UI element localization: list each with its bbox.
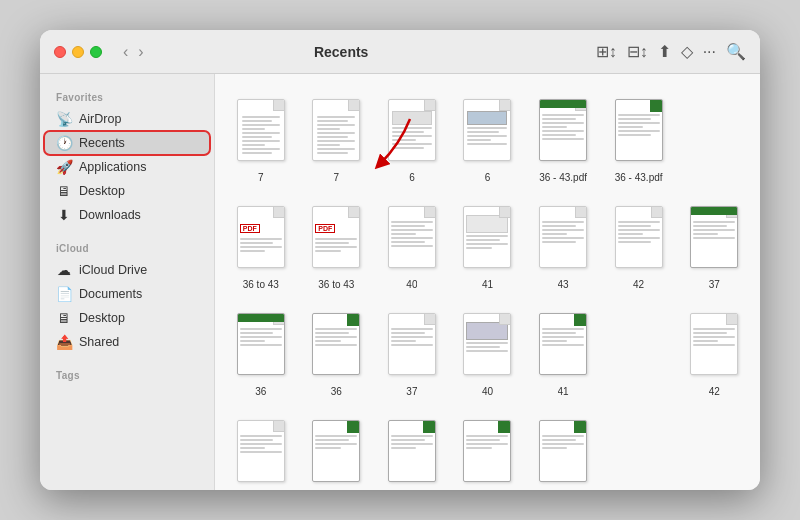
- sidebar-item-downloads[interactable]: ⬇ Downloads: [44, 203, 210, 227]
- more-icon[interactable]: ···: [703, 43, 716, 61]
- titlebar: ‹ › Recents ⊞↕ ⊟↕ ⬆ ◇ ··· 🔍: [40, 30, 760, 74]
- file-item[interactable]: 7: [225, 88, 297, 187]
- file-thumbnail: [381, 413, 443, 489]
- file-item[interactable]: 38: [452, 409, 524, 490]
- file-label: 42: [633, 279, 644, 290]
- sidebar-label-applications: Applications: [79, 160, 146, 174]
- desktop-icon: 🖥: [56, 183, 72, 199]
- file-item[interactable]: 42: [603, 195, 675, 294]
- file-thumbnail: [608, 199, 670, 275]
- view-icon-grid[interactable]: ⊞↕: [596, 42, 617, 61]
- file-item[interactable]: 43: [225, 409, 297, 490]
- file-item[interactable]: 7: [301, 88, 373, 187]
- file-item[interactable]: 41: [452, 195, 524, 294]
- file-thumbnail: [230, 306, 292, 382]
- sidebar-item-icloud-drive[interactable]: ☁ iCloud Drive: [44, 258, 210, 282]
- sidebar-item-applications[interactable]: 🚀 Applications: [44, 155, 210, 179]
- file-thumbnail: [456, 199, 518, 275]
- file-item[interactable]: 36 - 43.pdf: [527, 88, 599, 187]
- downloads-icon: ⬇: [56, 207, 72, 223]
- file-label: 36: [255, 386, 266, 397]
- file-label: 36 - 43.pdf: [539, 172, 587, 183]
- file-item[interactable]: 6: [452, 88, 524, 187]
- favorites-label: Favorites: [40, 84, 214, 107]
- sidebar-item-documents[interactable]: 📄 Documents: [44, 282, 210, 306]
- file-thumbnail: [683, 199, 745, 275]
- file-label: 42: [709, 386, 720, 397]
- file-area: 7 7: [215, 74, 760, 490]
- tag-icon[interactable]: ◇: [681, 42, 693, 61]
- icloud-drive-icon: ☁: [56, 262, 72, 278]
- file-thumbnail: [532, 413, 594, 489]
- file-thumbnail: [456, 92, 518, 168]
- applications-icon: 🚀: [56, 159, 72, 175]
- sidebar-item-airdrop[interactable]: 📡 AirDrop: [44, 107, 210, 131]
- file-grid: 7 7: [225, 88, 750, 490]
- airdrop-icon: 📡: [56, 111, 72, 127]
- file-item[interactable]: 42: [678, 302, 750, 401]
- file-thumbnail: [230, 413, 292, 489]
- file-item[interactable]: 39: [376, 409, 448, 490]
- file-item[interactable]: 37: [376, 302, 448, 401]
- sidebar-item-desktop[interactable]: 🖥 Desktop: [44, 179, 210, 203]
- search-icon[interactable]: 🔍: [726, 42, 746, 61]
- sidebar-label-desktop: Desktop: [79, 184, 125, 198]
- file-thumbnail: [381, 306, 443, 382]
- sidebar-label-shared: Shared: [79, 335, 119, 349]
- file-thumbnail: [230, 92, 292, 168]
- desktop-icloud-icon: 🖥: [56, 310, 72, 326]
- sidebar-label-desktop-icloud: Desktop: [79, 311, 125, 325]
- file-label: 41: [482, 279, 493, 290]
- file-thumbnail: [456, 306, 518, 382]
- file-item[interactable]: 40: [376, 195, 448, 294]
- file-thumbnail: [532, 306, 594, 382]
- file-label: 43: [558, 279, 569, 290]
- minimize-button[interactable]: [72, 46, 84, 58]
- view-icon-list[interactable]: ⊟↕: [627, 42, 648, 61]
- sidebar-item-desktop-icloud[interactable]: 🖥 Desktop: [44, 306, 210, 330]
- file-item[interactable]: 39: [527, 409, 599, 490]
- sidebar-label-documents: Documents: [79, 287, 142, 301]
- file-thumbnail: PDF: [305, 199, 367, 275]
- file-label: 36 to 43: [318, 279, 354, 290]
- file-item[interactable]: PDF 36 to 43: [301, 195, 373, 294]
- close-button[interactable]: [54, 46, 66, 58]
- share-icon[interactable]: ⬆: [658, 42, 671, 61]
- file-item[interactable]: 43: [527, 195, 599, 294]
- file-label: 6: [485, 172, 491, 183]
- file-thumbnail: [305, 92, 367, 168]
- file-label: 41: [558, 386, 569, 397]
- sidebar-item-shared[interactable]: 📤 Shared: [44, 330, 210, 354]
- recents-icon: 🕐: [56, 135, 72, 151]
- file-item[interactable]: PDF 36 to 43: [225, 195, 297, 294]
- file-thumbnail: [532, 92, 594, 168]
- file-item[interactable]: 37: [678, 195, 750, 294]
- file-thumbnail: PDF: [230, 199, 292, 275]
- window-title: Recents: [95, 44, 588, 60]
- file-label: 40: [482, 386, 493, 397]
- sidebar-label-icloud-drive: iCloud Drive: [79, 263, 147, 277]
- file-item[interactable]: 6: [376, 88, 448, 187]
- sidebar-label-recents: Recents: [79, 136, 125, 150]
- file-thumbnail: [608, 92, 670, 168]
- sidebar-item-recents[interactable]: 🕐 Recents: [44, 131, 210, 155]
- file-item[interactable]: 40: [452, 302, 524, 401]
- file-thumbnail: [456, 413, 518, 489]
- file-thumbnail: [381, 199, 443, 275]
- toolbar-right: ⊞↕ ⊟↕ ⬆ ◇ ··· 🔍: [596, 42, 746, 61]
- finder-window: ‹ › Recents ⊞↕ ⊟↕ ⬆ ◇ ··· 🔍 Favorites 📡 …: [40, 30, 760, 490]
- file-item[interactable]: 36: [301, 302, 373, 401]
- file-item[interactable]: 36: [225, 302, 297, 401]
- tags-label: Tags: [40, 362, 214, 385]
- sidebar-label-airdrop: AirDrop: [79, 112, 121, 126]
- file-thumbnail: [532, 199, 594, 275]
- content-area: Favorites 📡 AirDrop 🕐 Recents 🚀 Applicat…: [40, 74, 760, 490]
- file-thumbnail: [305, 413, 367, 489]
- file-label: 36: [331, 386, 342, 397]
- file-item[interactable]: 41: [527, 302, 599, 401]
- file-item[interactable]: 36 - 43.pdf: [603, 88, 675, 187]
- file-item[interactable]: 38: [301, 409, 373, 490]
- file-label: 6: [409, 172, 415, 183]
- file-label: 37: [709, 279, 720, 290]
- file-label: 7: [258, 172, 264, 183]
